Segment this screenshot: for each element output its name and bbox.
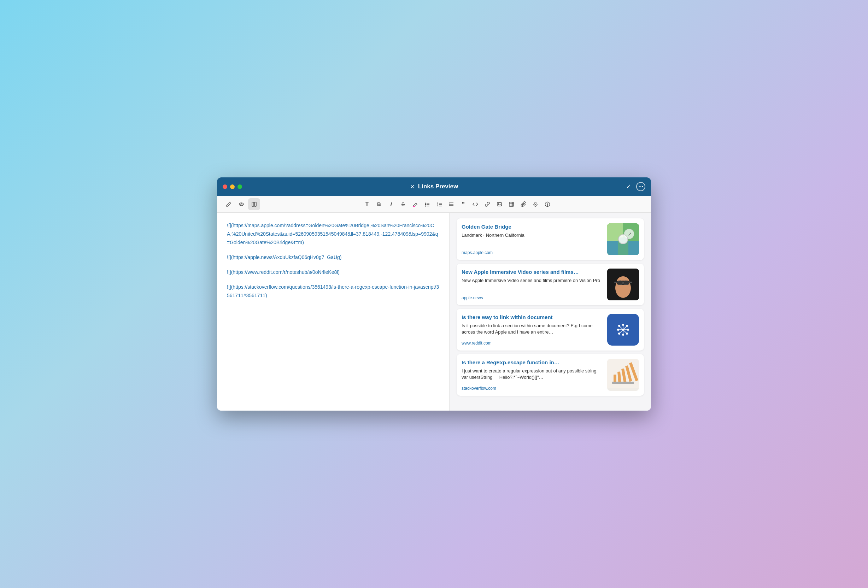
svg-point-0 xyxy=(239,203,244,206)
news-thumbnail xyxy=(607,268,639,301)
card-content-so: Is there a RegExp.escape function in… I … xyxy=(462,359,603,391)
maximize-button[interactable] xyxy=(238,184,242,189)
info-button[interactable] xyxy=(542,199,553,210)
svg-rect-45 xyxy=(623,282,623,283)
indent-button[interactable] xyxy=(446,199,457,210)
card-title-reddit: Is there way to link within document xyxy=(462,314,603,321)
link-item-1: ![](https://maps.apple.com/?address=Gold… xyxy=(227,221,439,247)
card-title-maps: Golden Gate Bridge xyxy=(462,223,603,230)
bullet-list-button[interactable] xyxy=(422,199,433,210)
toolbar: T B I S xyxy=(217,196,651,213)
link-item-2: ![](https://apple.news/AxduUkzfaQ06qHv0g… xyxy=(227,253,439,261)
preview-mode-button[interactable] xyxy=(235,198,247,210)
edit-mode-button[interactable] xyxy=(223,198,235,210)
svg-rect-22 xyxy=(509,202,514,206)
microphone-button[interactable] xyxy=(530,199,541,210)
toolbar-divider xyxy=(266,200,266,208)
titlebar-right: ✓ ⋯ xyxy=(626,182,645,191)
toolbar-view-modes xyxy=(223,198,260,210)
strikethrough-button[interactable]: S xyxy=(398,199,409,210)
link-applenews[interactable]: ![](https://apple.news/AxduUkzfaQ06qHv0g… xyxy=(227,254,342,260)
link-reddit[interactable]: ![](https://www.reddit.com/r/noteshub/s/… xyxy=(227,269,340,275)
highlight-button[interactable] xyxy=(410,199,421,210)
svg-rect-36 xyxy=(618,237,628,255)
minimize-button[interactable] xyxy=(230,184,235,189)
svg-text:3.: 3. xyxy=(437,205,438,207)
card-desc-news: New Apple Immersive Video series and fil… xyxy=(462,277,603,294)
titlebar-close-icon[interactable]: ✕ xyxy=(410,183,415,190)
main-window: ✕ Links Preview ✓ ⋯ xyxy=(217,177,651,411)
card-image-reddit xyxy=(607,314,639,346)
noteshub-thumbnail xyxy=(607,314,639,346)
bold-button[interactable]: B xyxy=(373,199,385,210)
card-image-maps: ↗ xyxy=(607,223,639,255)
svg-point-6 xyxy=(425,204,426,205)
svg-point-1 xyxy=(241,203,242,205)
card-title-so: Is there a RegExp.escape function in… xyxy=(462,359,603,366)
svg-line-64 xyxy=(623,330,627,334)
italic-button[interactable]: I xyxy=(385,199,397,210)
toolbar-formatting: T B I S xyxy=(269,199,645,210)
news-thumb-visual xyxy=(607,268,639,301)
card-image-so xyxy=(607,359,639,391)
text-size-button[interactable]: T xyxy=(362,199,373,210)
card-image-news xyxy=(607,268,639,301)
titlebar-center: ✕ Links Preview xyxy=(410,183,458,190)
card-desc-reddit: Is it possible to link a section within … xyxy=(462,323,603,339)
right-panel: Golden Gate Bridge Landmark · Northern C… xyxy=(450,213,651,411)
preview-card-maps[interactable]: Golden Gate Bridge Landmark · Northern C… xyxy=(457,218,644,260)
card-domain-so: stackoverflow.com xyxy=(462,386,603,391)
svg-line-63 xyxy=(619,330,623,334)
svg-rect-3 xyxy=(254,202,256,206)
svg-line-61 xyxy=(619,326,623,330)
stackoverflow-thumbnail xyxy=(607,359,639,391)
card-domain-maps: maps.apple.com xyxy=(462,250,603,255)
quote-button[interactable]: " xyxy=(458,199,469,210)
preview-card-news[interactable]: New Apple Immersive Video series and fil… xyxy=(457,264,644,305)
svg-point-43 xyxy=(618,281,623,285)
svg-point-21 xyxy=(498,203,499,204)
book-mode-button[interactable] xyxy=(248,198,260,210)
window-title: Links Preview xyxy=(418,183,458,190)
svg-rect-27 xyxy=(535,202,536,205)
link-stackoverflow[interactable]: ![](https://stackoverflow.com/questions/… xyxy=(227,284,439,298)
svg-point-44 xyxy=(623,281,628,285)
link-button[interactable] xyxy=(482,199,493,210)
titlebar: ✕ Links Preview ✓ ⋯ xyxy=(217,177,651,196)
table-button[interactable] xyxy=(506,199,517,210)
card-desc-so: I just want to create a regular expressi… xyxy=(462,368,603,384)
numbered-list-button[interactable]: 1. 2. 3. xyxy=(434,199,445,210)
close-button[interactable] xyxy=(223,184,227,189)
card-desc-maps: Landmark · Northern California xyxy=(462,232,603,248)
svg-text:↗: ↗ xyxy=(628,231,632,237)
preview-card-reddit[interactable]: Is there way to link within document Is … xyxy=(457,309,644,351)
attachment-button[interactable] xyxy=(518,199,529,210)
more-menu-button[interactable]: ⋯ xyxy=(636,182,645,191)
image-button[interactable] xyxy=(494,199,505,210)
card-title-news: New Apple Immersive Video series and fil… xyxy=(462,268,603,276)
svg-point-7 xyxy=(425,205,426,206)
svg-point-31 xyxy=(547,202,548,203)
map-thumbnail: ↗ xyxy=(607,223,639,255)
preview-card-so[interactable]: Is there a RegExp.escape function in… I … xyxy=(457,354,644,396)
card-content-reddit: Is there way to link within document Is … xyxy=(462,314,603,346)
svg-rect-66 xyxy=(614,374,616,382)
traffic-lights xyxy=(223,184,242,189)
left-panel: ![](https://maps.apple.com/?address=Gold… xyxy=(217,213,450,411)
card-content-maps: Golden Gate Bridge Landmark · Northern C… xyxy=(462,223,603,255)
link-maps[interactable]: ![](https://maps.apple.com/?address=Gold… xyxy=(227,223,438,245)
link-item-4: ![](https://stackoverflow.com/questions/… xyxy=(227,283,439,300)
link-item-3: ![](https://www.reddit.com/r/noteshub/s/… xyxy=(227,268,439,276)
svg-rect-20 xyxy=(497,202,502,206)
card-domain-news: apple.news xyxy=(462,295,603,301)
card-content-news: New Apple Immersive Video series and fil… xyxy=(462,268,603,301)
code-button[interactable] xyxy=(470,199,481,210)
confirm-icon[interactable]: ✓ xyxy=(626,183,631,190)
card-domain-reddit: www.reddit.com xyxy=(462,340,603,346)
svg-rect-46 xyxy=(614,281,617,283)
svg-point-5 xyxy=(425,202,426,203)
svg-rect-47 xyxy=(629,281,632,283)
main-content: ![](https://maps.apple.com/?address=Gold… xyxy=(217,213,651,411)
svg-rect-2 xyxy=(252,202,254,206)
svg-rect-71 xyxy=(612,382,634,384)
